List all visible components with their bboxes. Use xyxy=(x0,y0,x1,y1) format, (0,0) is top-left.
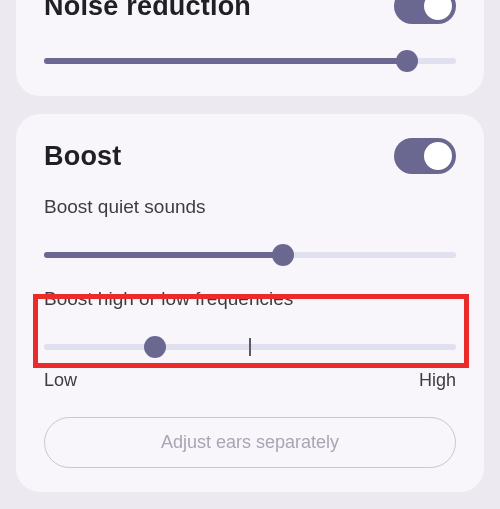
boost-quiet-slider[interactable] xyxy=(44,244,456,266)
slider-thumb[interactable] xyxy=(396,50,418,72)
boost-title: Boost xyxy=(44,141,122,172)
slider-thumb[interactable] xyxy=(144,336,166,358)
boost-card: Boost Boost quiet sounds Boost high or l… xyxy=(16,114,484,492)
freq-high-label: High xyxy=(419,370,456,391)
boost-quiet-label: Boost quiet sounds xyxy=(44,196,456,218)
slider-thumb[interactable] xyxy=(272,244,294,266)
boost-freq-slider[interactable] xyxy=(44,336,456,358)
noise-reduction-card: Noise reduction xyxy=(16,0,484,96)
noise-reduction-slider[interactable] xyxy=(44,50,456,72)
noise-reduction-title: Noise reduction xyxy=(44,0,251,22)
boost-freq-label: Boost high or low frequencies xyxy=(44,288,456,310)
toggle-knob xyxy=(424,0,452,20)
slider-center-tick xyxy=(249,338,251,356)
noise-reduction-toggle[interactable] xyxy=(394,0,456,24)
boost-toggle[interactable] xyxy=(394,138,456,174)
slider-fill xyxy=(44,58,407,64)
toggle-knob xyxy=(424,142,452,170)
adjust-ears-button[interactable]: Adjust ears separately xyxy=(44,417,456,468)
slider-fill xyxy=(44,252,283,258)
freq-low-label: Low xyxy=(44,370,77,391)
